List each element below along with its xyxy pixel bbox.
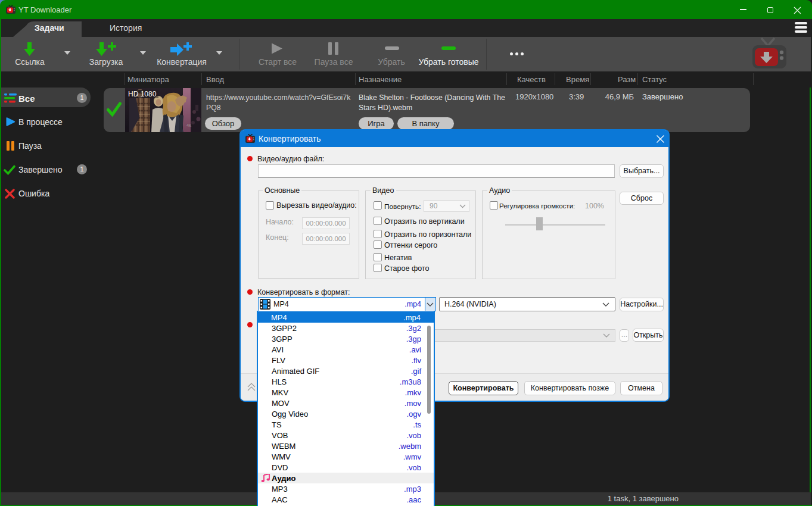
svg-text:4k: 4k bbox=[186, 123, 191, 128]
